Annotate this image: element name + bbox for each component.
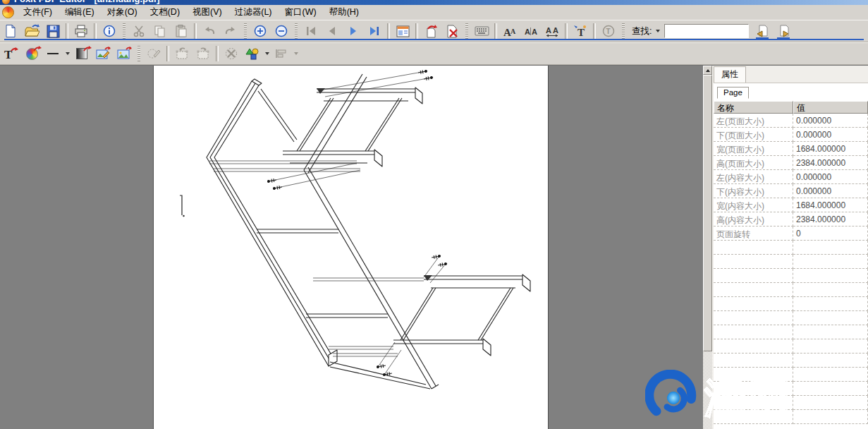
toolbar-grip[interactable] bbox=[137, 46, 140, 61]
red-arrow-icon bbox=[83, 45, 92, 52]
toolbar-grip[interactable] bbox=[622, 23, 625, 39]
undo-button bbox=[199, 22, 220, 40]
menu-item[interactable]: 文件(F) bbox=[17, 5, 59, 20]
select-pen-icon bbox=[147, 47, 161, 60]
property-row[interactable]: 高(内容大小) 2384.000000 bbox=[714, 212, 868, 226]
red-arrow-icon bbox=[33, 45, 42, 52]
svg-text:A: A bbox=[532, 28, 537, 36]
properties-grid: 名称 值 左(页面大小) 0.000000 下(页面大小) 0.000000 宽… bbox=[714, 101, 868, 424]
pdf-page[interactable] bbox=[153, 66, 549, 429]
toolbar-grip[interactable] bbox=[295, 23, 298, 39]
zoom-in-button[interactable] bbox=[250, 22, 271, 40]
chevron-down-icon bbox=[265, 52, 269, 55]
horizontal-scale-button[interactable]: A A bbox=[542, 22, 563, 40]
delete-page-button[interactable] bbox=[441, 22, 463, 40]
toolbar-grip[interactable] bbox=[244, 23, 247, 39]
open-button[interactable] bbox=[21, 22, 42, 40]
scrollbar-thumb[interactable] bbox=[703, 75, 712, 351]
open-folder-icon bbox=[24, 24, 39, 38]
delete-selection-button bbox=[221, 44, 242, 63]
separator bbox=[415, 23, 418, 39]
font-icon: A A bbox=[503, 25, 517, 37]
property-row-empty bbox=[714, 269, 868, 283]
line-icon bbox=[47, 52, 59, 56]
save-button[interactable] bbox=[42, 22, 63, 40]
copy-button bbox=[149, 22, 171, 40]
menu-item[interactable]: 文档(D) bbox=[144, 5, 186, 20]
text-cursor-mark bbox=[180, 195, 185, 217]
property-row[interactable]: 高(页面大小) 2384.000000 bbox=[714, 156, 868, 170]
info-button[interactable] bbox=[99, 22, 120, 40]
menu-item[interactable]: 对象(O) bbox=[101, 5, 144, 20]
add-shading-button[interactable] bbox=[71, 44, 92, 63]
menu-item[interactable]: 视图(V) bbox=[186, 5, 228, 20]
find-next-button[interactable] bbox=[773, 22, 794, 40]
property-row[interactable]: 页面旋转 0 bbox=[714, 226, 868, 241]
add-line-button[interactable] bbox=[42, 44, 63, 63]
select-pen-button bbox=[143, 44, 164, 63]
print-button[interactable] bbox=[71, 22, 92, 40]
property-row[interactable]: 下(页面大小) 0.000000 bbox=[714, 128, 868, 142]
property-row[interactable]: 下(内容大小) 0.000000 bbox=[714, 184, 868, 198]
property-row[interactable]: 宽(内容大小) 1684.000000 bbox=[714, 198, 868, 212]
menu-item[interactable]: 帮助(H) bbox=[323, 5, 365, 20]
shapes-button[interactable] bbox=[242, 44, 263, 63]
column-header-value: 值 bbox=[793, 101, 868, 114]
page-layout-button[interactable] bbox=[392, 22, 413, 40]
new-document-icon bbox=[4, 24, 18, 38]
find-input[interactable] bbox=[664, 24, 749, 38]
property-row[interactable]: 宽(页面大小) 1684.000000 bbox=[714, 142, 868, 156]
property-row-empty bbox=[714, 396, 868, 410]
rotate-left-icon bbox=[175, 47, 190, 60]
next-page-button[interactable] bbox=[343, 22, 364, 40]
new-button[interactable] bbox=[0, 22, 21, 40]
prev-page-icon bbox=[327, 26, 337, 36]
separator bbox=[94, 23, 97, 39]
page-tab-row: Page bbox=[714, 83, 868, 98]
properties-grid-body: 左(页面大小) 0.000000 下(页面大小) 0.000000 宽(页面大小… bbox=[714, 114, 868, 424]
copy-icon bbox=[154, 25, 166, 38]
property-row-empty bbox=[714, 339, 868, 354]
add-image-button[interactable] bbox=[114, 44, 135, 63]
letter-spacing-button[interactable]: A A bbox=[520, 22, 542, 40]
find-dropdown-button[interactable] bbox=[654, 22, 661, 40]
property-row-empty bbox=[714, 311, 868, 325]
toolbar-grip[interactable] bbox=[123, 23, 126, 39]
vertical-scrollbar[interactable] bbox=[703, 66, 712, 429]
shapes-icon bbox=[245, 47, 260, 61]
first-page-icon bbox=[305, 26, 317, 36]
keyboard-button[interactable] bbox=[471, 22, 492, 40]
shapes-dropdown-button[interactable] bbox=[263, 44, 271, 63]
add-color-button[interactable] bbox=[21, 44, 42, 63]
clipboard-icon bbox=[175, 25, 188, 38]
property-row-empty bbox=[714, 382, 868, 396]
menu-item[interactable]: 窗口(W) bbox=[279, 5, 323, 20]
toolbar-grip[interactable] bbox=[465, 23, 468, 39]
line-dropdown-button[interactable] bbox=[63, 44, 71, 63]
swirl-logo-icon bbox=[645, 370, 702, 426]
add-text-button[interactable]: T bbox=[0, 44, 21, 63]
panel-header: 属性 bbox=[714, 66, 868, 83]
property-row[interactable]: 左(页面大小) 0.000000 bbox=[714, 114, 868, 128]
tab-properties[interactable]: 属性 bbox=[714, 66, 746, 83]
scroll-up-button[interactable] bbox=[703, 66, 712, 75]
menu-item[interactable]: 编辑(E) bbox=[59, 5, 101, 20]
property-row[interactable]: 左(内容大小) 0.000000 bbox=[714, 170, 868, 184]
next-page-icon bbox=[348, 26, 358, 36]
page-layout-icon bbox=[396, 25, 410, 37]
tab-page[interactable]: Page bbox=[717, 87, 749, 99]
insert-text-icon: T bbox=[573, 25, 587, 38]
find-prev-button[interactable] bbox=[752, 22, 773, 40]
property-row-empty bbox=[714, 255, 868, 269]
edit-image-button[interactable] bbox=[92, 44, 114, 63]
rotate-page-button[interactable] bbox=[420, 22, 441, 40]
separator bbox=[565, 23, 568, 39]
zoom-out-button[interactable] bbox=[271, 22, 292, 40]
window-title: Foxit PDF Editor - [anzhuang.pdf] bbox=[0, 0, 868, 4]
insert-text-button[interactable]: T bbox=[570, 22, 591, 40]
svg-text:A: A bbox=[511, 28, 516, 35]
property-row-empty bbox=[714, 354, 868, 368]
last-page-button[interactable] bbox=[364, 22, 385, 40]
menu-item[interactable]: 过滤器(L) bbox=[228, 5, 279, 20]
font-button[interactable]: A A bbox=[499, 22, 520, 40]
